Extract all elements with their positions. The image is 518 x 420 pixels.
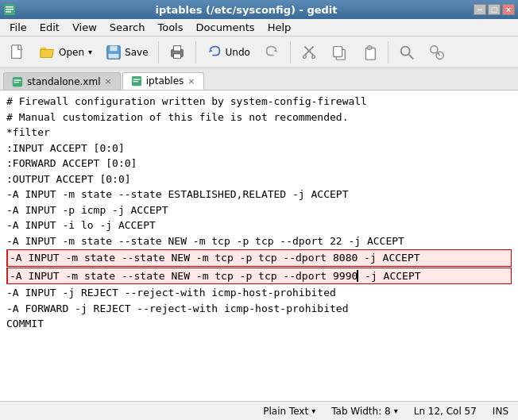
maximize-button[interactable]: □ [488,4,501,15]
undo-label: Undo [226,47,250,58]
editor-line: *filter [6,125,512,141]
save-icon [105,44,122,61]
cursor-position-label: Ln 12, Col 57 [414,406,477,417]
save-label: Save [125,47,148,58]
svg-rect-8 [109,53,119,58]
editor-content[interactable]: # Firewall configuration written by syst… [0,91,518,401]
editor-line: -A FORWARD -j REJECT --reject-with icmp-… [6,301,512,317]
svg-rect-26 [14,79,21,80]
print-icon [168,44,186,61]
minimize-button[interactable]: − [474,4,486,15]
open-button[interactable]: Open ▾ [33,40,98,65]
editor-line: :OUTPUT ACCEPT [0:0] [6,171,512,187]
undo-icon [206,44,223,61]
svg-rect-4 [12,44,21,58]
app-icon [3,3,16,16]
editor-line: :INPUT ACCEPT [0:0] [6,141,512,156]
print-button[interactable] [163,40,191,65]
separator-4 [388,41,388,64]
cursor-position-status: Ln 12, Col 57 [414,406,477,417]
editor-line: -A INPUT -p icmp -j ACCEPT [6,202,512,218]
tab-iptables[interactable]: iptables × [122,72,204,90]
find-button[interactable] [392,40,421,65]
paste-button[interactable] [355,40,384,65]
svg-rect-27 [14,82,19,83]
menu-help[interactable]: Help [261,20,298,35]
toolbar: Open ▾ Save Undo [0,37,518,68]
cut-icon [300,44,318,61]
menu-edit[interactable]: Edit [33,20,66,35]
status-bar: Plain Text ▾ Tab Width: 8 ▾ Ln 12, Col 5… [0,401,518,420]
open-label: Open [59,47,84,58]
tab-width-status[interactable]: Tab Width: 8 ▾ [331,406,398,417]
undo-button[interactable]: Undo [200,40,256,65]
new-icon [9,44,26,61]
editor-line: -A INPUT -i lo -j ACCEPT [6,218,512,233]
replace-icon [428,44,446,61]
svg-point-22 [431,45,438,52]
svg-point-14 [303,55,307,58]
tab-iptables-close[interactable]: × [187,77,195,86]
menu-view[interactable]: View [66,20,103,35]
insert-mode-status: INS [493,406,508,417]
separator-3 [290,41,291,64]
window-title: iptables (/etc/sysconfig) - gedit [19,4,474,16]
paste-icon [361,44,378,61]
new-button[interactable] [3,40,32,65]
editor-line: -A INPUT -j REJECT --reject-with icmp-ho… [6,285,512,301]
title-bar-left [0,3,19,16]
save-button[interactable]: Save [99,40,153,65]
svg-rect-7 [110,45,118,50]
replace-button[interactable] [423,40,451,65]
menu-tools[interactable]: Tools [151,20,189,35]
svg-rect-1 [6,6,14,8]
editor-line: -A INPUT -m state --state NEW -m tcp -p … [6,268,512,285]
svg-rect-10 [173,45,180,50]
find-icon [398,44,416,61]
editor-line: :FORWARD ACCEPT [0:0] [6,156,512,171]
open-arrow: ▾ [88,48,92,56]
title-bar: iptables (/etc/sysconfig) - gedit − □ × [0,0,518,19]
text-type-arrow: ▾ [311,407,315,415]
copy-icon [331,44,348,61]
editor-line: COMMIT [6,316,512,332]
menu-file[interactable]: File [3,20,33,35]
tab-standalone-xml[interactable]: standalone.xml × [3,72,121,90]
window-controls: − □ × [474,4,518,15]
redo-icon [263,44,280,61]
insert-mode-label: INS [493,406,508,417]
xml-tab-icon [12,76,23,87]
menu-documents[interactable]: Documents [190,20,261,35]
menu-bar: File Edit View Search Tools Documents He… [0,19,518,37]
iptables-tab-icon [131,75,142,87]
editor-line: -A INPUT -m state --state NEW -m tcp -p … [6,233,512,249]
editor-line: # Firewall configuration written by syst… [6,94,512,110]
editor-line: # Manual customization of this file is n… [6,110,512,125]
editor-container: # Firewall configuration written by syst… [0,91,518,401]
svg-rect-3 [6,11,11,13]
close-button[interactable]: × [502,4,515,15]
separator-2 [195,41,196,64]
menu-search[interactable]: Search [103,20,152,35]
text-type-label: Plain Text [263,406,308,417]
editor-line: -A INPUT -m state --state NEW -m tcp -p … [6,249,512,267]
tab-width-label: Tab Width: 8 [331,406,390,417]
tabs-bar: standalone.xml × iptables × [0,68,518,91]
svg-rect-11 [173,53,180,58]
text-type-status[interactable]: Plain Text ▾ [263,406,315,417]
redo-button[interactable] [257,40,286,65]
separator-1 [158,41,159,64]
open-icon [39,44,56,61]
editor-line: -A INPUT -m state --state ESTABLISHED,RE… [6,187,512,202]
tab-standalone-label: standalone.xml [27,76,101,87]
tab-width-arrow: ▾ [394,407,398,415]
svg-rect-2 [6,9,14,10]
svg-line-21 [409,54,414,59]
svg-rect-30 [133,81,137,82]
svg-rect-19 [367,45,372,49]
svg-point-20 [401,46,410,55]
cut-button[interactable] [295,40,323,65]
tab-standalone-close[interactable]: × [105,77,112,86]
svg-rect-17 [334,46,342,56]
copy-button[interactable] [325,40,354,65]
